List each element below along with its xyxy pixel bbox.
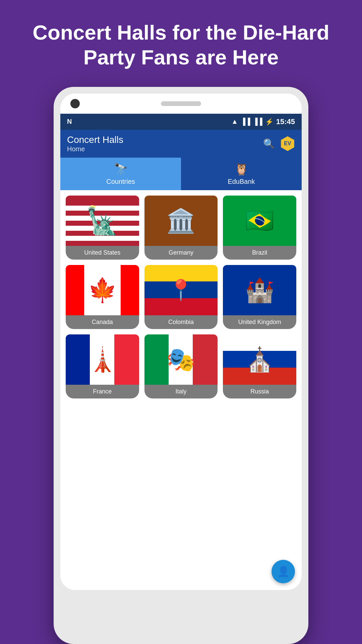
notification-icon: N (67, 118, 72, 125)
italy-flag: 🎭 (144, 334, 218, 385)
country-item-france[interactable]: 🗼 France (66, 334, 139, 398)
country-item-russia[interactable]: ⛪ Russia (223, 334, 296, 398)
phone-speaker (161, 101, 201, 106)
country-image-brazil: 🇧🇷 (223, 196, 296, 246)
ev-badge[interactable]: EV (280, 136, 295, 151)
country-label-brazil: Brazil (223, 246, 296, 260)
country-image-colombia: 📍 (144, 265, 218, 315)
country-image-uk: 🏰 (223, 265, 296, 315)
status-right: ▲ ▐▐ ▐▐ ⚡ 15:45 (231, 117, 295, 126)
tab-bar: 🔭 Countries 🦉 EduBank (60, 158, 302, 190)
germany-flag: 🏛️ (144, 196, 218, 246)
status-bar: N ▲ ▐▐ ▐▐ ⚡ 15:45 (60, 114, 302, 130)
countries-tab-label: Countries (106, 178, 135, 185)
country-label-germany: Germany (144, 246, 218, 260)
wifi-icon: ▲ (231, 118, 238, 125)
search-icon[interactable]: 🔍 (263, 138, 275, 149)
country-item-brazil[interactable]: 🇧🇷 Brazil (223, 196, 296, 260)
phone-screen: N ▲ ▐▐ ▐▐ ⚡ 15:45 Concert Halls Home 🔍 E… (60, 94, 302, 590)
app-title: Concert Halls (67, 135, 263, 145)
maple-leaf: 🍁 (88, 276, 117, 304)
country-image-russia: ⛪ (223, 334, 296, 385)
fab-button[interactable]: 👤 (272, 560, 295, 583)
phone-frame: N ▲ ▐▐ ▐▐ ⚡ 15:45 Concert Halls Home 🔍 E… (54, 87, 308, 644)
uk-flag: 🏰 (223, 265, 296, 315)
edubank-tab-label: EduBank (228, 178, 255, 185)
france-flag: 🗼 (66, 334, 139, 385)
signal-icon: ▐▐ (241, 118, 250, 125)
country-item-italy[interactable]: 🎭 Italy (144, 334, 218, 398)
russia-flag: ⛪ (223, 334, 296, 385)
country-label-canada: Canada (66, 315, 139, 329)
hero-title: Concert Halls for the Die-Hard Party Fan… (0, 0, 362, 87)
country-label-colombia: Colombia (144, 315, 218, 329)
country-item-canada[interactable]: 🍁 Canada (66, 265, 139, 329)
country-item-colombia[interactable]: 📍 Colombia (144, 265, 218, 329)
country-image-canada: 🍁 (66, 265, 139, 315)
country-item-us[interactable]: United States (66, 196, 139, 260)
tab-countries[interactable]: 🔭 Countries (60, 158, 181, 190)
country-label-italy: Italy (144, 385, 218, 398)
app-subtitle: Home (67, 145, 263, 153)
phone-notch (60, 94, 302, 114)
phone-camera (70, 99, 80, 108)
content-area: United States 🏛️ Germany 🇧🇷 Brazil (60, 190, 302, 590)
country-label-uk: United Kingdom (223, 315, 296, 329)
country-item-uk[interactable]: 🏰 United Kingdom (223, 265, 296, 329)
status-left: N (67, 118, 72, 125)
app-bar-icons: 🔍 EV (263, 136, 295, 151)
countries-tab-icon: 🔭 (114, 162, 128, 176)
app-bar: Concert Halls Home 🔍 EV (60, 130, 302, 158)
country-label-russia: Russia (223, 385, 296, 398)
country-image-italy: 🎭 (144, 334, 218, 385)
country-grid: United States 🏛️ Germany 🇧🇷 Brazil (66, 196, 296, 404)
country-image-france: 🗼 (66, 334, 139, 385)
canada-flag: 🍁 (66, 265, 139, 315)
country-image-germany: 🏛️ (144, 196, 218, 246)
country-image-us (66, 196, 139, 246)
battery-icon: ⚡ (265, 118, 274, 126)
country-item-germany[interactable]: 🏛️ Germany (144, 196, 218, 260)
country-label-france: France (66, 385, 139, 398)
fab-icon: 👤 (277, 566, 290, 577)
app-bar-title-area: Concert Halls Home (67, 135, 263, 153)
us-flag (66, 196, 139, 246)
edubank-tab-icon: 🦉 (234, 162, 248, 176)
signal-icon2: ▐▐ (253, 118, 262, 125)
colombia-flag: 📍 (144, 265, 218, 315)
country-label-us: United States (66, 246, 139, 260)
tab-edubank[interactable]: 🦉 EduBank (181, 158, 302, 190)
brazil-flag: 🇧🇷 (223, 196, 296, 246)
status-time: 15:45 (276, 117, 295, 126)
